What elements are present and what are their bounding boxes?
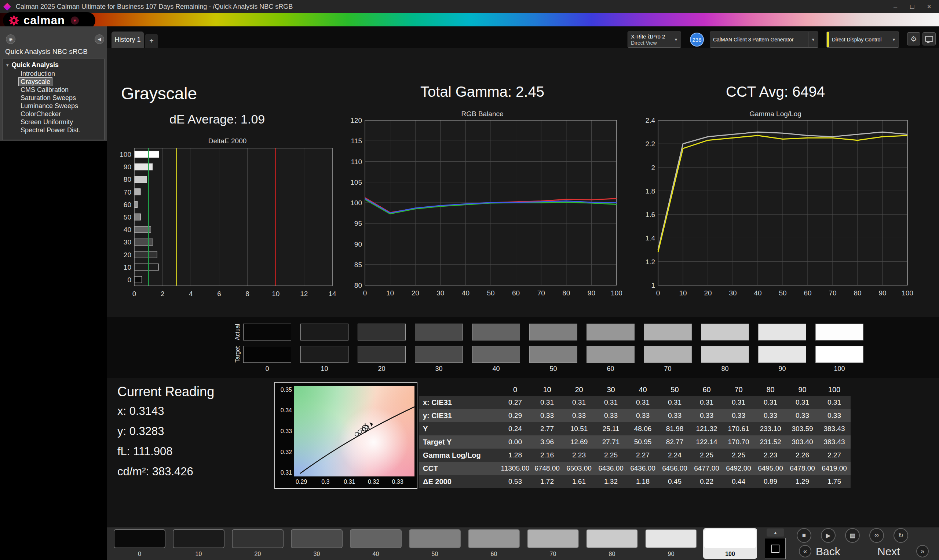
sidebar-item-cms-calibration[interactable]: CMS Calibration — [19, 86, 71, 94]
patch-label: 50 — [408, 551, 462, 557]
next-button[interactable]: Next — [877, 545, 900, 558]
table-cell: 0.31 — [818, 398, 850, 406]
table-row-target-y: Target Y0.003.9612.6927.7150.9582.77122.… — [419, 435, 851, 449]
minimize-button[interactable]: – — [887, 0, 904, 13]
svg-text:50: 50 — [779, 289, 786, 297]
scroll-up-button[interactable]: ▲ — [766, 528, 784, 537]
tree-root-quick-analysis[interactable]: ▾ Quick Analysis — [3, 59, 104, 70]
svg-text:90: 90 — [123, 163, 131, 171]
svg-text:1: 1 — [651, 282, 655, 289]
footer-patch-0[interactable]: 0 — [113, 528, 167, 559]
footer-patch-40[interactable]: 40 — [349, 528, 403, 559]
sidebar-item-spectral-power-dist[interactable]: Spectral Power Dist. — [19, 126, 82, 134]
actual-swatch-0 — [243, 324, 291, 340]
svg-text:85: 85 — [354, 261, 362, 269]
table-cell: 383.43 — [818, 438, 850, 446]
pattern-window-tile[interactable] — [765, 538, 786, 559]
footer-patch-10[interactable]: 10 — [172, 528, 225, 559]
refresh-button[interactable]: ↻ — [894, 528, 908, 543]
table-cell: 0.33 — [786, 412, 818, 420]
svg-text:60: 60 — [512, 289, 520, 297]
calman-window: Calman 2025 Calman Ultimate for Business… — [0, 0, 939, 560]
footer-patch-60[interactable]: 60 — [467, 528, 521, 559]
calman-flower-icon — [8, 15, 20, 26]
sidebar-item-screen-uniformity[interactable]: Screen Uniformity — [19, 118, 75, 126]
table-cell: 2.25 — [723, 451, 754, 459]
save-button[interactable]: ▤ — [845, 528, 860, 543]
swatch-level-label: 50 — [529, 365, 577, 373]
deltae-bar-0 — [134, 276, 142, 283]
target-icon-button[interactable]: ◉ — [6, 34, 15, 44]
play-button[interactable]: ▶ — [821, 528, 836, 543]
gamma-chart-title: Gamma Log/Log — [637, 110, 913, 118]
next-chevrons-icon[interactable]: » — [916, 545, 929, 557]
patch-chip — [291, 529, 342, 548]
table-cell: 6436.00 — [595, 465, 627, 472]
footer-patch-20[interactable]: 20 — [231, 528, 285, 559]
actual-swatch-30 — [415, 324, 463, 340]
target-swatch-90 — [758, 346, 806, 363]
stop-button[interactable]: ■ — [797, 528, 811, 543]
close-button[interactable]: × — [920, 0, 937, 13]
footer-patch-50[interactable]: 50 — [408, 528, 462, 559]
svg-text:30: 30 — [729, 289, 737, 297]
cie-overlay — [294, 386, 415, 477]
footer-patch-80[interactable]: 80 — [585, 528, 639, 559]
continuous-button[interactable]: ∞ — [869, 528, 884, 543]
svg-text:80: 80 — [854, 289, 861, 297]
sidebar-item-luminance-sweeps[interactable]: Luminance Sweeps — [19, 102, 80, 110]
row-label: Y — [419, 425, 499, 433]
sidebar-item-introduction[interactable]: Introduction — [19, 70, 57, 78]
table-cell: 0.33 — [691, 412, 723, 420]
table-cell: 0.33 — [659, 412, 691, 420]
maximize-button[interactable]: □ — [904, 0, 920, 13]
cie-chromaticity-chart: 0.350.340.330.320.310.290.30.310.320.33 — [274, 382, 418, 489]
swatch-level-label: 0 — [243, 365, 291, 373]
cie-y-tick: 0.32 — [278, 449, 292, 455]
table-cell: 12.69 — [563, 438, 595, 446]
svg-text:80: 80 — [562, 289, 570, 297]
reading-x: x: 0.3143 — [117, 405, 193, 425]
pattern-generator-dropdown[interactable]: CalMAN Client 3 Pattern Generator ▼ — [710, 32, 818, 48]
footer-patch-30[interactable]: 30 — [290, 528, 344, 559]
titlebar: Calman 2025 Calman Ultimate for Business… — [0, 0, 939, 13]
meter-dropdown[interactable]: X-Rite i1Pro 2 Direct View ▼ — [628, 32, 681, 48]
table-col-header: 20 — [563, 386, 595, 394]
workflow-tree: ▾ Quick Analysis IntroductionGrayscaleCM… — [2, 58, 105, 140]
svg-text:1.6: 1.6 — [646, 211, 655, 218]
tab-history-1[interactable]: History 1 — [111, 32, 144, 48]
footer-patch-70[interactable]: 70 — [526, 528, 580, 559]
table-cell: 6503.00 — [563, 465, 595, 472]
cie-x-tick: 0.33 — [390, 478, 405, 485]
svg-text:60: 60 — [804, 289, 811, 297]
sidebar-item-grayscale[interactable]: Grayscale — [19, 78, 52, 86]
measured-point — [355, 432, 359, 436]
svg-text:105: 105 — [350, 178, 362, 186]
svg-text:1.8: 1.8 — [646, 187, 655, 195]
row-label: CCT — [419, 465, 499, 473]
back-chevrons-icon[interactable]: « — [799, 545, 811, 557]
gamma-loglog-chart: 010203040506070809010011.21.41.61.822.22… — [637, 117, 913, 300]
settings-button[interactable]: ⚙ — [907, 32, 920, 45]
add-tab-button[interactable]: + — [145, 34, 158, 48]
table-cell: 0.31 — [595, 398, 627, 406]
sidebar-collapse-button[interactable]: ◀ — [95, 34, 104, 44]
target-swatch-50 — [529, 346, 577, 363]
chevron-down-icon[interactable]: ▼ — [71, 17, 79, 25]
row-label: Target Y — [419, 438, 499, 446]
footer-patch-100[interactable]: 100 — [703, 528, 757, 559]
footer-patch-90[interactable]: 90 — [644, 528, 698, 559]
sidebar-item-colorchecker[interactable]: ColorChecker — [19, 110, 63, 118]
de-average-readout: dE Average: 1.09 — [170, 112, 265, 126]
patch-chip — [586, 529, 638, 548]
meter-mode: Direct View — [631, 40, 668, 46]
sidebar-item-saturation-sweeps[interactable]: Saturation Sweeps — [19, 94, 78, 102]
svg-text:0: 0 — [656, 289, 660, 297]
back-button[interactable]: Back — [816, 545, 840, 558]
table-cell: 48.06 — [627, 425, 659, 433]
table-cell: 0.89 — [754, 477, 786, 486]
tree-expand-icon: ▾ — [6, 62, 9, 68]
cie-y-tick: 0.33 — [278, 428, 292, 435]
display-settings-button[interactable] — [922, 32, 936, 45]
display-control-dropdown[interactable]: Direct Display Control ▼ — [826, 32, 899, 48]
